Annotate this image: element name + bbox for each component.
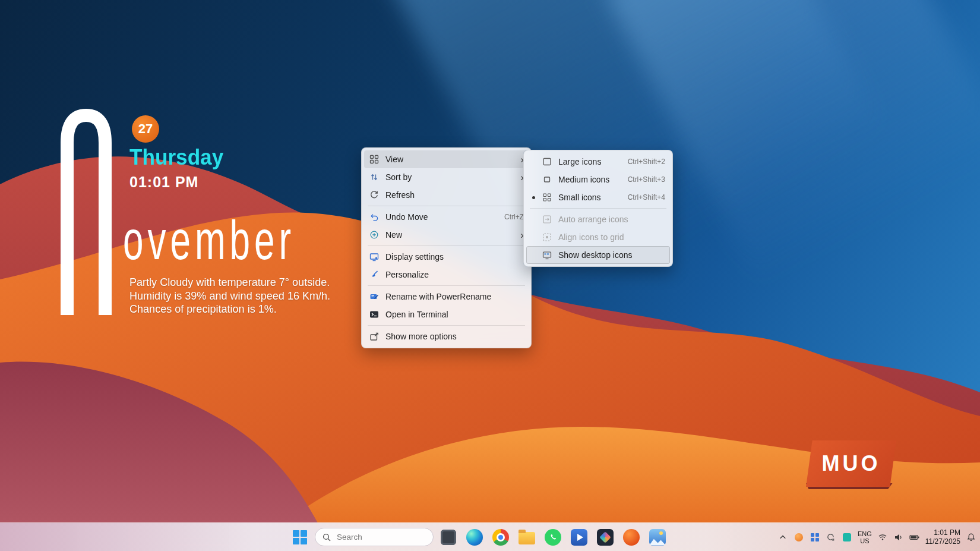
menu-item-shortcut: Ctrl+Shift+4: [628, 193, 665, 201]
brush-icon: [369, 270, 380, 279]
menu-item-undo-move[interactable]: Undo Move Ctrl+Z: [364, 208, 529, 226]
desktop-monitor-icon: [542, 250, 552, 260]
menu-separator: [368, 245, 525, 246]
menu-item-label: Rename with PowerRename: [385, 292, 524, 301]
menu-item-label: Display settings: [385, 252, 524, 262]
muo-logo: MUO: [806, 440, 896, 487]
battery-icon[interactable]: [909, 532, 920, 543]
play-app-icon: [571, 529, 587, 546]
menu-item-new[interactable]: New ›: [364, 226, 529, 244]
day-name: Thursday: [129, 145, 223, 170]
menu-item-label: Large icons: [558, 157, 622, 166]
language-line1: ENG: [858, 530, 872, 537]
taskbar-app-edge[interactable]: [463, 526, 486, 549]
display-icon: [369, 252, 380, 262]
tray-teal-square-icon[interactable]: [842, 532, 852, 543]
taskbar-app-dark-window[interactable]: [437, 526, 460, 549]
taskbar-app-play[interactable]: [568, 526, 590, 549]
menu-item-refresh[interactable]: Refresh: [364, 186, 529, 204]
menu-item-rename-with-powerrename[interactable]: Rename with PowerRename: [364, 288, 529, 306]
weather-line: Partly Cloudy with temperature 7° outsid…: [129, 276, 330, 289]
plus-circle-icon: [369, 230, 380, 240]
menu-item-label: Small icons: [558, 193, 622, 202]
taskbar-app-gallery[interactable]: [594, 526, 617, 549]
menu-item-label: Sort by: [385, 172, 514, 182]
menu-item-label: Open in Terminal: [385, 310, 524, 319]
tray-blue-grid-icon[interactable]: [810, 532, 820, 543]
submenu-item-small-icons[interactable]: Small icons Ctrl+Shift+4: [526, 188, 670, 206]
tray-orange-dot-icon[interactable]: [794, 532, 804, 543]
taskbar: ENG US: [0, 522, 980, 551]
menu-item-show-more-options[interactable]: Show more options: [364, 328, 529, 345]
menu-item-sort-by[interactable]: Sort by ›: [364, 168, 529, 186]
refresh-icon: [369, 190, 380, 200]
menu-item-label: Medium icons: [558, 175, 622, 184]
wifi-icon[interactable]: [877, 532, 888, 543]
terminal-icon: [369, 310, 380, 319]
weather-line: Chances of precipitation is 1%.: [129, 303, 330, 316]
menu-separator: [368, 206, 525, 206]
tray-time: 1:01 PM: [925, 528, 960, 537]
menu-separator: [368, 285, 525, 286]
taskbar-app-photos[interactable]: [646, 526, 669, 549]
hidden-icons-chevron[interactable]: [777, 532, 788, 543]
windows-logo-icon: [293, 530, 307, 544]
submenu-item-large-icons[interactable]: Large icons Ctrl+Shift+2: [526, 153, 670, 171]
menu-item-label: Personalize: [385, 270, 524, 279]
month-name-suffix: ovember: [123, 208, 295, 272]
language-line2: US: [858, 537, 872, 544]
submenu-item-auto-arrange-icons[interactable]: Auto arrange icons: [526, 210, 670, 228]
menu-separator: [368, 325, 525, 326]
menu-item-display-settings[interactable]: Display settings: [364, 248, 529, 266]
view-submenu: Large icons Ctrl+Shift+2 Medium icons Ct…: [523, 150, 673, 267]
selected-radio-dot: [531, 196, 536, 199]
search-input[interactable]: [336, 532, 421, 542]
menu-item-label: Show desktop icons: [558, 250, 665, 260]
menu-item-shortcut: Ctrl+Shift+3: [628, 175, 665, 184]
taskbar-app-chrome[interactable]: [489, 526, 512, 549]
date-badge: 27: [132, 115, 159, 143]
menu-item-label: Refresh: [385, 190, 524, 200]
notification-bell-icon[interactable]: [966, 532, 976, 543]
taskbar-clock[interactable]: 1:01 PM 11/27/2025: [925, 528, 960, 546]
taskbar-app-orange[interactable]: [620, 526, 643, 549]
edge-icon: [466, 529, 483, 546]
menu-item-label: New: [385, 230, 514, 240]
whatsapp-icon: [545, 529, 561, 546]
auto-arrange-icon: [542, 215, 552, 224]
show-more-icon: [369, 332, 380, 341]
taskbar-search[interactable]: [315, 528, 434, 546]
language-indicator[interactable]: ENG US: [858, 530, 872, 544]
taskbar-app-whatsapp[interactable]: [542, 526, 564, 549]
submenu-item-align-icons-to-grid[interactable]: Align icons to grid: [526, 228, 670, 246]
start-button[interactable]: [289, 526, 311, 549]
menu-item-label: View: [385, 155, 514, 164]
clock-widget-time: 01:01 PM: [129, 174, 198, 191]
desktop[interactable]: 27 Thursday 01:01 PM ovember Partly Clou…: [0, 0, 980, 551]
undo-icon: [369, 212, 380, 222]
submenu-item-show-desktop-icons[interactable]: Show desktop icons: [526, 246, 670, 264]
weather-summary: Partly Cloudy with temperature 7° outsid…: [129, 276, 330, 316]
menu-item-view[interactable]: View ›: [364, 150, 529, 168]
taskbar-center-group: [289, 523, 669, 551]
big-letter-n: [56, 108, 116, 316]
day-number: 27: [138, 121, 153, 137]
menu-item-open-in-terminal[interactable]: Open in Terminal: [364, 306, 529, 323]
desktop-context-menu: View › Sort by › Refresh: [361, 147, 532, 348]
tray-sync-arrows-icon[interactable]: [826, 532, 836, 543]
powerrename-icon: [369, 292, 380, 301]
medium-icons-icon: [542, 175, 552, 184]
taskbar-app-file-explorer[interactable]: [516, 526, 538, 549]
speaker-icon[interactable]: [893, 532, 904, 543]
grid-icon: [369, 155, 380, 164]
small-icons-icon: [542, 193, 552, 202]
dark-window-app-icon: [441, 530, 456, 545]
photos-icon: [649, 529, 666, 546]
align-grid-icon: [542, 232, 552, 242]
submenu-item-medium-icons[interactable]: Medium icons Ctrl+Shift+3: [526, 171, 670, 188]
search-icon: [323, 533, 331, 541]
file-explorer-icon: [519, 532, 535, 544]
menu-item-label: Auto arrange icons: [558, 215, 665, 224]
menu-item-personalize[interactable]: Personalize: [364, 266, 529, 284]
menu-item-shortcut: Ctrl+Z: [504, 213, 524, 221]
